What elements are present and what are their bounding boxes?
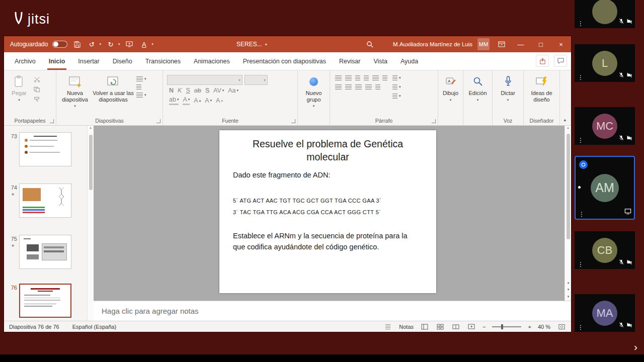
- ribbon-display-options-icon[interactable]: [497, 38, 507, 51]
- tab-inicio[interactable]: Inicio: [42, 52, 72, 70]
- previous-slide-button[interactable]: ▴: [565, 281, 572, 285]
- dna-sequence-2[interactable]: 3´ TAC TGA TTG ACA ACG CGA CCA ACT GGG C…: [233, 209, 381, 215]
- notes-pane[interactable]: Haga clic para agregar notas: [94, 301, 571, 321]
- zoom-level[interactable]: 40 %: [538, 324, 550, 330]
- highlight-color-button[interactable]: ab▾: [169, 96, 179, 105]
- language-status[interactable]: Español (España): [72, 324, 116, 330]
- decrease-indent-icon[interactable]: [355, 75, 360, 80]
- paragraph-dialog-launcher[interactable]: [432, 119, 436, 123]
- canvas-scrollbar[interactable]: ▴ ▴ ▾ ▾: [565, 126, 571, 301]
- participant-menu-button[interactable]: ⋮: [578, 261, 584, 267]
- participant-tile[interactable]: L ⋮: [575, 44, 635, 82]
- italic-button[interactable]: K: [178, 87, 182, 94]
- slide-intro-text[interactable]: Dado este fragmento de ADN:: [233, 171, 330, 179]
- scroll-up-icon[interactable]: ▴: [90, 126, 92, 129]
- scroll-down-icon[interactable]: ▾: [565, 295, 572, 299]
- grow-font-button[interactable]: A▴: [194, 97, 201, 104]
- participant-tile-active[interactable]: AM ⋮: [575, 156, 635, 220]
- thumbnail-scrollbar[interactable]: ▴: [87, 126, 94, 321]
- text-direction-icon[interactable]: [382, 75, 387, 80]
- participant-menu-button[interactable]: ⋮: [578, 137, 584, 143]
- account-avatar[interactable]: MM: [477, 38, 490, 50]
- justify-icon[interactable]: [365, 84, 372, 89]
- quick-access-caret-icon[interactable]: ▾: [151, 42, 153, 46]
- dictate-button[interactable]: Dictar ▾: [495, 72, 521, 102]
- slide-title[interactable]: Resuelve el problema de Genética molecul…: [242, 137, 414, 164]
- comments-icon[interactable]: [554, 55, 567, 67]
- line-spacing-icon[interactable]: [372, 75, 379, 80]
- autosave-toggle[interactable]: [52, 41, 67, 48]
- section-button[interactable]: ▾: [136, 93, 146, 98]
- participant-menu-button[interactable]: ⋮: [578, 21, 584, 27]
- tab-ayuda[interactable]: Ayuda: [394, 52, 425, 70]
- clear-formatting-button[interactable]: A×: [216, 97, 223, 104]
- editing-button[interactable]: Edición ▾: [465, 72, 490, 102]
- zoom-in-button[interactable]: +: [528, 324, 531, 330]
- text-options-button[interactable]: ▾: [392, 94, 401, 99]
- tab-transiciones[interactable]: Transiciones: [139, 52, 187, 70]
- scrollbar-thumb[interactable]: [567, 134, 570, 239]
- participant-tile[interactable]: ⋮: [575, 0, 635, 28]
- copy-icon[interactable]: [34, 86, 40, 94]
- slide-thumbnail-75[interactable]: [19, 235, 71, 269]
- slides-dialog-launcher[interactable]: [156, 119, 160, 123]
- tab-insertar[interactable]: Insertar: [71, 52, 106, 70]
- bold-button[interactable]: N: [169, 87, 174, 94]
- participant-menu-button[interactable]: ⋮: [578, 324, 584, 330]
- columns-icon[interactable]: [375, 84, 380, 89]
- search-icon[interactable]: [365, 38, 375, 51]
- tab-archivo[interactable]: Archivo: [8, 52, 42, 70]
- participant-menu-button[interactable]: ⋮: [578, 74, 584, 80]
- slide-thumbnail-74[interactable]: [19, 184, 71, 218]
- normal-view-button[interactable]: [420, 323, 429, 330]
- shrink-font-button[interactable]: A▾: [205, 97, 212, 104]
- tab-diseno[interactable]: Diseño: [106, 52, 139, 70]
- scrollbar-thumb[interactable]: [89, 135, 93, 190]
- slide-thumbnail-73[interactable]: [19, 132, 71, 166]
- align-text-button[interactable]: ▾: [392, 75, 401, 80]
- zoom-slider-knob[interactable]: [501, 324, 503, 329]
- slide-body-text[interactable]: Establece el ARNm y la secuencia de prot…: [233, 230, 418, 253]
- paste-button[interactable]: Pegar ▾: [6, 72, 32, 102]
- align-left-icon[interactable]: [335, 84, 342, 89]
- participant-menu-button[interactable]: ⋮: [579, 211, 585, 217]
- slide-layout-button[interactable]: ▾: [136, 76, 146, 81]
- start-presentation-icon[interactable]: [124, 38, 134, 51]
- strikethrough-button[interactable]: ab: [194, 87, 201, 94]
- reset-slide-button[interactable]: [136, 84, 146, 89]
- undo-caret-icon[interactable]: ▾: [99, 42, 101, 46]
- slide-thumbnail-76-selected[interactable]: [19, 284, 71, 318]
- minimize-button[interactable]: —: [511, 36, 531, 52]
- zoom-slider[interactable]: [492, 326, 521, 327]
- new-group-button[interactable]: Nuevo grupo ▾: [300, 72, 328, 108]
- new-slide-button[interactable]: Nueva diapositiva ▾: [58, 72, 92, 108]
- numbering-icon[interactable]: [345, 75, 352, 80]
- clipboard-dialog-launcher[interactable]: [50, 119, 54, 123]
- increase-indent-icon[interactable]: [364, 75, 369, 80]
- convert-smartart-button[interactable]: ▾: [392, 84, 401, 89]
- character-spacing-button[interactable]: AV▾: [213, 87, 224, 94]
- cut-icon[interactable]: [34, 76, 40, 83]
- font-dialog-launcher[interactable]: [291, 119, 295, 123]
- slide-sorter-view-button[interactable]: [436, 323, 445, 330]
- participant-tile[interactable]: MC ⋮: [575, 107, 635, 145]
- redo-caret-icon[interactable]: ▾: [118, 42, 120, 46]
- change-case-button[interactable]: Aa▾: [228, 87, 238, 94]
- reuse-slides-button[interactable]: Volver a usar las diapositivas: [92, 72, 135, 103]
- notes-toggle-icon[interactable]: [383, 323, 392, 330]
- slide-editor[interactable]: Resuelve el problema de Genética molecul…: [219, 130, 436, 293]
- tab-vista[interactable]: Vista: [367, 52, 394, 70]
- participant-tile[interactable]: CB ⋮: [575, 231, 635, 269]
- underline-quick-icon[interactable]: A: [139, 38, 149, 51]
- font-size-combobox[interactable]: ▾: [245, 75, 268, 85]
- account-name[interactable]: M.Auxiliadora Martínez de Luis: [393, 41, 472, 47]
- draw-button[interactable]: A Dibujo ▾: [440, 72, 461, 102]
- share-icon[interactable]: [536, 55, 549, 67]
- expand-panel-chevron-icon[interactable]: ›: [634, 341, 637, 353]
- tab-animaciones[interactable]: Animaciones: [187, 52, 236, 70]
- font-color-button[interactable]: A▾: [183, 96, 190, 105]
- design-ideas-button[interactable]: Ideas de diseño: [526, 72, 557, 103]
- document-title[interactable]: SERES... ▾: [236, 36, 267, 52]
- underline-button[interactable]: S: [186, 87, 190, 94]
- align-center-icon[interactable]: [345, 84, 352, 89]
